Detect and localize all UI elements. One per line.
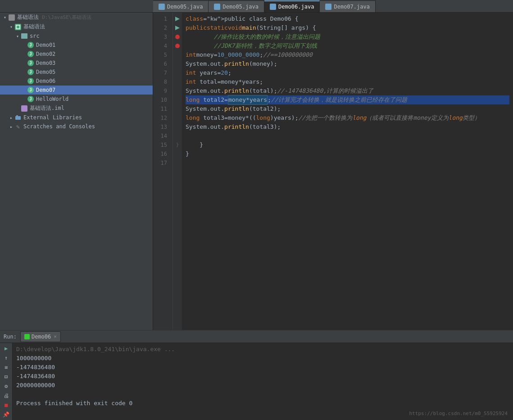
- code-line-6: System.out.println(money);: [186, 59, 509, 68]
- run-pin-button[interactable]: 📌: [2, 411, 11, 418]
- gutter-item-1[interactable]: [173, 14, 182, 23]
- sidebar: 基础语法 D:\JavaSE\基础语法 基础语法srcJDemo01JDemo0…: [0, 13, 153, 330]
- tab-demo06[interactable]: Demo06.java: [264, 0, 320, 12]
- breakpoint-icon: [175, 35, 180, 39]
- line-number-7: 7: [157, 68, 169, 77]
- project-arrow: [2, 14, 8, 21]
- code-line-1: class="kw">public class Demo06 {: [186, 14, 509, 23]
- sidebar-item-demo06[interactable]: JDemo06: [0, 77, 153, 86]
- run-label: Run:: [4, 334, 17, 340]
- run-gutter-icon[interactable]: [175, 26, 180, 30]
- code-container[interactable]: 1234567891011121314151617 } class="kw">p…: [153, 13, 513, 330]
- sidebar-item-src[interactable]: src: [0, 32, 153, 41]
- code-line-3: //操作比较大的数的时候，注意溢出问题: [186, 32, 509, 41]
- sidebar-item-helloworld[interactable]: JHelloWorld: [0, 95, 153, 104]
- sidebar-label: Demo06: [36, 78, 153, 84]
- run-print-button[interactable]: 🖨: [2, 392, 11, 399]
- gutter: }: [173, 13, 182, 330]
- sidebar-label: Scratches and Consoles: [23, 123, 153, 130]
- code-line-5: int money=10_0000_0000;//==1000000000: [186, 50, 509, 59]
- project-label: 基础语法 D:\JavaSE\基础语法: [17, 14, 153, 21]
- code-line-2: public static void main(String[] args) {: [186, 23, 509, 32]
- tab-label: Demo05.java: [167, 4, 203, 10]
- sidebar-label: 基础语法.iml: [30, 104, 153, 112]
- sidebar-label: Demo03: [36, 60, 153, 66]
- sidebar-item-extlib[interactable]: External Libraries: [0, 113, 153, 122]
- run-sidebar: ▶ ↑ ≡ ⊟ ⚙ 🖨 ■ 📌: [0, 343, 13, 420]
- sidebar-label: Demo07: [36, 87, 153, 93]
- tab-demo05[interactable]: Demo05.java: [153, 0, 209, 12]
- line-number-10: 10: [157, 95, 169, 104]
- java-icon: J: [27, 68, 34, 76]
- svg-rect-2: [16, 115, 18, 117]
- gutter-item-6: [173, 59, 182, 68]
- line-number-13: 13: [157, 122, 169, 131]
- line-number-6: 6: [157, 59, 169, 68]
- tab-file-icon: [159, 4, 165, 10]
- sidebar-item-demo03[interactable]: JDemo03: [0, 59, 153, 68]
- src-icon: [21, 32, 28, 40]
- code-lines: class="kw">public class Demo06 { public …: [182, 13, 513, 330]
- sidebar-item-demo02[interactable]: JDemo02: [0, 50, 153, 59]
- project-icon: [8, 14, 15, 21]
- java-icon: J: [27, 50, 34, 58]
- sidebar-item-demo07[interactable]: JDemo07: [0, 86, 153, 95]
- tab-demo07[interactable]: Demo07.java: [320, 0, 375, 12]
- run-settings-button[interactable]: ⚙: [2, 383, 11, 390]
- bottom-panel: Run: Demo06 × ▶ ↑ ≡ ⊟ ⚙ 🖨 ■ 📌 D:\develop…: [0, 330, 513, 420]
- sidebar-item-scratches[interactable]: ✎Scratches and Consoles: [0, 122, 153, 131]
- extlib-icon: [14, 114, 22, 121]
- tab-label: Demo07.java: [334, 4, 369, 10]
- line-number-15: 15: [157, 140, 169, 149]
- arrow-icon: [8, 24, 14, 30]
- console-line: -1474836480: [16, 363, 509, 372]
- gutter-item-12: [173, 113, 182, 122]
- line-number-16: 16: [157, 149, 169, 158]
- sidebar-item-demo01[interactable]: JDemo01: [0, 41, 153, 50]
- line-number-17: 17: [157, 158, 169, 167]
- tab-demo05b[interactable]: Demo05.java: [209, 0, 264, 12]
- run-play-button[interactable]: ▶: [2, 345, 11, 352]
- sidebar-item-demo05[interactable]: JDemo05: [0, 68, 153, 77]
- code-line-10: long total2=money*years;//计算完才会转换，就是说转换之…: [186, 95, 509, 104]
- main-area: 基础语法 D:\JavaSE\基础语法 基础语法srcJDemo01JDemo0…: [0, 13, 513, 330]
- scratches-icon: ✎: [14, 123, 22, 130]
- run-filter-button[interactable]: ⊟: [2, 373, 11, 381]
- breakpoint-icon: [175, 44, 180, 48]
- run-tab-bar: Run: Demo06 ×: [0, 330, 513, 343]
- run-wrap-button[interactable]: ≡: [2, 364, 11, 371]
- sidebar-item-jichuchufa[interactable]: 基础语法: [0, 22, 153, 32]
- project-header[interactable]: 基础语法 D:\JavaSE\基础语法: [0, 13, 153, 22]
- sidebar-label: Demo01: [36, 42, 153, 48]
- console-line: 20000000000: [16, 381, 509, 390]
- run-tab[interactable]: Demo06 ×: [20, 331, 61, 342]
- code-line-4: //JDK7新特性，数字之间可以用下划线: [186, 41, 509, 50]
- line-number-14: 14: [157, 131, 169, 140]
- editor-area: 1234567891011121314151617 } class="kw">p…: [153, 13, 513, 330]
- arrow-icon: [8, 123, 14, 130]
- run-stop-button[interactable]: ■: [2, 401, 11, 409]
- line-number-2: 2: [157, 23, 169, 32]
- gutter-item-2[interactable]: [173, 23, 182, 32]
- sidebar-label: 基础语法: [23, 23, 153, 31]
- java-icon: J: [27, 77, 34, 85]
- line-number-8: 8: [157, 77, 169, 86]
- code-line-13: System.out.println(total3);: [186, 122, 509, 131]
- run-tab-close[interactable]: ×: [54, 334, 57, 339]
- sidebar-item-jichu_iml[interactable]: 基础语法.iml: [0, 104, 153, 113]
- line-number-9: 9: [157, 86, 169, 95]
- code-line-16: }: [186, 149, 509, 158]
- arrow-icon: [8, 114, 14, 121]
- code-line-14: [186, 131, 509, 140]
- line-number-4: 4: [157, 41, 169, 50]
- run-tab-icon: [24, 334, 30, 339]
- line-number-12: 12: [157, 113, 169, 122]
- run-gutter-icon[interactable]: [175, 17, 180, 21]
- java-icon: J: [27, 86, 34, 94]
- svg-rect-1: [15, 116, 21, 120]
- run-up-button[interactable]: ↑: [2, 354, 11, 362]
- code-line-7: int years=20;: [186, 68, 509, 77]
- gutter-item-9: [173, 86, 182, 95]
- gutter-item-11: [173, 104, 182, 113]
- console-line: -1474836480: [16, 372, 509, 381]
